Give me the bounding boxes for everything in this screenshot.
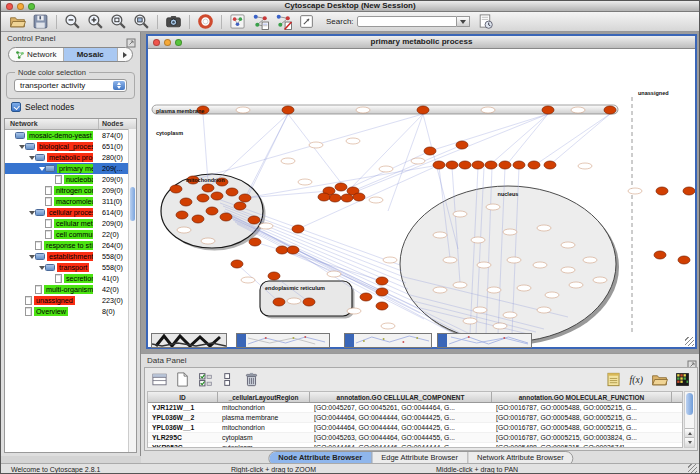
minimize-button[interactable] bbox=[17, 3, 24, 10]
zoom-selected-icon[interactable] bbox=[110, 13, 127, 30]
table-row[interactable]: YPL036W__1mitochondrion[GO:0044464, GO:0… bbox=[148, 423, 682, 433]
zoom-button[interactable] bbox=[28, 3, 35, 10]
network-node[interactable] bbox=[683, 187, 695, 195]
select-attrs-icon[interactable] bbox=[197, 371, 214, 388]
float-window-icon[interactable] bbox=[687, 356, 697, 366]
node-color-dropdown[interactable]: transporter activity bbox=[14, 79, 127, 92]
network-node[interactable] bbox=[654, 251, 666, 259]
network-edge[interactable] bbox=[245, 165, 439, 198]
network-node[interactable] bbox=[376, 302, 388, 310]
delete-attr-icon[interactable] bbox=[243, 371, 260, 388]
tree-row-overview[interactable]: Overview8(0) bbox=[5, 306, 136, 317]
search-dropdown-button[interactable] bbox=[457, 16, 470, 27]
tree-scrollbar-thumb[interactable] bbox=[130, 187, 135, 221]
disclosure-triangle-icon[interactable] bbox=[28, 211, 35, 215]
network-edge[interactable] bbox=[288, 114, 345, 188]
attr-matrix-icon[interactable] bbox=[151, 371, 168, 388]
network-node[interactable] bbox=[353, 193, 365, 201]
network-node[interactable] bbox=[206, 207, 218, 215]
function-builder-icon[interactable]: f(x) bbox=[628, 371, 645, 388]
network-node[interactable] bbox=[472, 161, 484, 169]
network-node[interactable] bbox=[303, 298, 315, 306]
window-titlebar[interactable]: Cytoscape Desktop (New Session) bbox=[1, 1, 699, 12]
network-node[interactable] bbox=[499, 161, 511, 169]
tree-row-cellular-process[interactable]: cellular process614(0) bbox=[5, 207, 136, 218]
zoom-button[interactable] bbox=[175, 39, 182, 46]
network-edge[interactable] bbox=[508, 114, 548, 163]
network-node[interactable] bbox=[341, 194, 353, 202]
notes-icon[interactable] bbox=[605, 371, 622, 388]
table-row[interactable]: YKR052Ccytoplasm[GO:0044464, GO:0044446,… bbox=[148, 443, 682, 448]
network-node[interactable] bbox=[248, 216, 260, 224]
network-node[interactable] bbox=[513, 161, 525, 169]
table-scrollbar[interactable] bbox=[684, 391, 695, 448]
vizmapper-icon[interactable] bbox=[229, 13, 246, 30]
network-node[interactable] bbox=[287, 246, 299, 254]
network-node[interactable] bbox=[170, 185, 182, 193]
network-node[interactable] bbox=[459, 161, 471, 169]
zoom-fit-icon[interactable] bbox=[133, 13, 150, 30]
network-tree-header[interactable]: Network Nodes bbox=[5, 119, 136, 130]
network-node[interactable] bbox=[485, 161, 497, 169]
tab-mosaic[interactable]: Mosaic bbox=[64, 48, 119, 61]
network-node[interactable] bbox=[226, 188, 238, 196]
tree-row-biological-process[interactable]: biological_process651(0) bbox=[5, 141, 136, 152]
network-edge[interactable] bbox=[203, 114, 208, 182]
scroll-down-button[interactable] bbox=[685, 437, 694, 447]
network-node[interactable] bbox=[433, 161, 445, 169]
network-node[interactable] bbox=[249, 238, 261, 246]
network-node[interactable] bbox=[273, 298, 285, 306]
save-session-icon[interactable] bbox=[32, 13, 49, 30]
network-node[interactable] bbox=[231, 260, 243, 268]
resize-grip-icon[interactable] bbox=[688, 464, 697, 473]
disclosure-triangle-icon[interactable] bbox=[18, 145, 25, 149]
tree-row-nitrogen-compo[interactable]: nitrogen compo209(0) bbox=[5, 185, 136, 196]
table-column-header[interactable]: _cellularLayoutRegion bbox=[218, 392, 310, 402]
network-node[interactable] bbox=[446, 161, 458, 169]
network-node[interactable] bbox=[211, 192, 223, 200]
minimize-button[interactable] bbox=[164, 39, 171, 46]
tab-network[interactable]: Network bbox=[9, 48, 64, 61]
network-node[interactable] bbox=[202, 184, 214, 192]
tree-row-unassigned[interactable]: unassigned223(0) bbox=[5, 295, 136, 306]
tree-row-establishment-of-lo[interactable]: establishment of lo558(0) bbox=[5, 251, 136, 262]
annotation-icon[interactable] bbox=[298, 13, 315, 30]
network-node[interactable] bbox=[282, 106, 294, 114]
snapshot-icon[interactable] bbox=[165, 13, 182, 30]
network-node[interactable] bbox=[678, 256, 690, 264]
tree-row-macromolecule[interactable]: macromolecule311(0) bbox=[5, 196, 136, 207]
tree-row-mosaic-demo-yeast[interactable]: mosaic-demo-yeast874(0) bbox=[5, 130, 136, 141]
network-node[interactable] bbox=[360, 293, 372, 301]
unselect-attrs-icon[interactable] bbox=[220, 371, 237, 388]
network-node[interactable] bbox=[376, 288, 388, 296]
tree-row-transport[interactable]: transport558(0) bbox=[5, 262, 136, 273]
disclosure-triangle-icon[interactable] bbox=[38, 167, 45, 171]
tree-row-cellular-metabol[interactable]: cellular metabol209(0) bbox=[5, 218, 136, 229]
network-node[interactable] bbox=[318, 193, 330, 201]
tree-row-response-to-stimulu[interactable]: response to stimulu264(0) bbox=[5, 240, 136, 251]
network-node[interactable] bbox=[542, 106, 554, 114]
table-column-header[interactable]: annotation.GO CELLULAR_COMPONENT bbox=[310, 392, 492, 402]
disclosure-triangle-icon[interactable] bbox=[38, 266, 45, 270]
tree-column-nodes[interactable]: Nodes bbox=[102, 119, 123, 129]
network-node[interactable] bbox=[335, 183, 347, 191]
close-button[interactable] bbox=[6, 3, 13, 10]
network-node[interactable] bbox=[417, 106, 429, 114]
network-node[interactable] bbox=[376, 277, 388, 285]
create-view-icon[interactable] bbox=[252, 13, 269, 30]
table-column-header[interactable] bbox=[672, 392, 682, 402]
tree-row-nucleobase-[interactable]: nucleobase-209(0) bbox=[5, 174, 136, 185]
new-attr-icon[interactable] bbox=[174, 371, 191, 388]
destroy-view-icon[interactable] bbox=[275, 13, 292, 30]
network-node[interactable] bbox=[234, 202, 246, 210]
minimized-network-thumbnail[interactable] bbox=[236, 333, 330, 348]
select-nodes-checkbox[interactable] bbox=[11, 102, 21, 112]
zoom-out-icon[interactable] bbox=[64, 13, 81, 30]
network-edge[interactable] bbox=[430, 114, 548, 151]
table-row[interactable]: YLR295Ccytoplasm[GO:0045263, GO:0044464,… bbox=[148, 433, 682, 443]
tab-overflow-button[interactable] bbox=[118, 48, 132, 61]
network-node[interactable] bbox=[528, 161, 540, 169]
close-button[interactable] bbox=[153, 39, 160, 46]
tree-row-secretion[interactable]: secretion41(0) bbox=[5, 273, 136, 284]
zoom-in-icon[interactable] bbox=[87, 13, 104, 30]
